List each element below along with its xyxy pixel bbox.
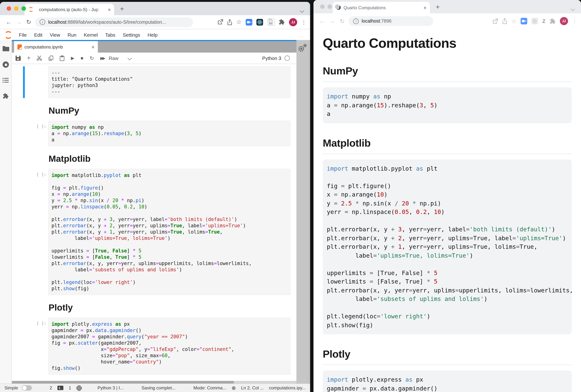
code-cell-editor[interactable]: import matplotlib.pyplot as plt fig = pl…: [48, 169, 290, 295]
back-icon[interactable]: ←: [4, 19, 14, 25]
forward-icon[interactable]: →: [327, 18, 337, 24]
z-extension-icon[interactable]: Z: [542, 18, 546, 24]
line-col-indicator[interactable]: Ln 2, Col ...: [241, 385, 264, 391]
zoom-window-button[interactable]: [22, 6, 26, 11]
code-cell-editor[interactable]: import numpy as npa = np.arange(15).resh…: [48, 121, 290, 146]
code-line: [327, 173, 568, 182]
table-of-contents-icon[interactable]: [2, 78, 9, 83]
code-line: [52, 179, 287, 185]
notebook-doc-tab[interactable]: computations.ipynb ×: [14, 41, 98, 53]
menu-item-help[interactable]: Help: [144, 32, 161, 37]
cell-type-chevron-icon: [128, 56, 132, 60]
address-bar[interactable]: i localhost:7896: [349, 16, 433, 26]
browser-tab-quarto[interactable]: Quarto Computations ×: [333, 2, 430, 13]
zoom-extension-icon[interactable]: [521, 18, 528, 24]
profile-avatar[interactable]: JJ: [289, 18, 297, 26]
open-in-new-icon[interactable]: [492, 18, 498, 24]
code-line: [52, 273, 287, 279]
tab-close-icon[interactable]: ×: [108, 7, 111, 12]
menu-item-tabs[interactable]: Tabs: [102, 32, 119, 37]
cell-selection-bar[interactable]: [23, 169, 25, 295]
mode-indicator[interactable]: Mode: Comma...: [194, 385, 226, 391]
property-inspector-gears-icon[interactable]: [298, 44, 307, 54]
extension-manager-icon[interactable]: [2, 93, 9, 99]
restart-run-all-icon[interactable]: ▶▶: [100, 56, 104, 60]
stop-kernel-icon[interactable]: ■: [80, 55, 83, 61]
back-icon[interactable]: ←: [317, 18, 327, 24]
add-cell-icon[interactable]: +: [27, 55, 30, 61]
code-line: gapminder = px.data.gapminder(): [52, 327, 287, 334]
save-icon[interactable]: [16, 55, 21, 61]
menu-item-view[interactable]: View: [46, 32, 64, 37]
menu-item-settings[interactable]: Settings: [119, 32, 144, 37]
tab-title: Quarto Computations: [344, 5, 421, 10]
cell-selection-bar[interactable]: [23, 121, 25, 146]
new-tab-button[interactable]: +: [120, 5, 124, 13]
profile-avatar[interactable]: JJ: [560, 17, 568, 25]
file-browser-icon[interactable]: [2, 46, 9, 51]
close-window-button[interactable]: [320, 4, 324, 9]
document-extension-icon[interactable]: [267, 18, 274, 26]
minimize-window-button[interactable]: [328, 4, 332, 9]
code-line: fig = plt.figure(): [52, 185, 287, 191]
menu-item-run[interactable]: Run: [64, 32, 80, 37]
bookmark-star-icon[interactable]: ☆: [236, 18, 242, 25]
zoom-extension-icon[interactable]: [246, 19, 252, 25]
browser-menu-icon[interactable]: ⋮: [301, 19, 306, 25]
url-host: localhost: [362, 18, 380, 24]
kernel-indicator[interactable]: Python 3: [262, 55, 293, 61]
window-controls[interactable]: [320, 4, 340, 9]
code-cell-matplotlib[interactable]: [ ]: import matplotlib.pyplot as plt fig…: [23, 169, 290, 295]
menu-item-edit[interactable]: Edit: [30, 32, 46, 37]
extensions-puzzle-icon[interactable]: [550, 18, 556, 24]
copy-cells-icon[interactable]: [49, 55, 54, 61]
restart-kernel-icon[interactable]: ↻: [90, 55, 94, 61]
code-line: plt.errorbar(x, y + 2, yerr=yerr, uplims…: [52, 222, 287, 229]
running-kernels-icon[interactable]: [2, 61, 9, 68]
bookmark-star-icon[interactable]: ☆: [511, 17, 517, 25]
site-info-icon[interactable]: i: [353, 18, 359, 24]
notebook-content[interactable]: ---title: "Quarto Computations"jupyter: …: [12, 64, 296, 381]
react-devtools-extension-icon[interactable]: [532, 18, 538, 24]
site-info-icon[interactable]: i: [40, 19, 45, 25]
code-cell-plotly[interactable]: [ ]: import plotly.express as pxgapminde…: [23, 318, 290, 375]
menu-item-kernel[interactable]: Kernel: [80, 32, 101, 37]
new-tab-button[interactable]: +: [436, 3, 440, 11]
code-cell-numpy[interactable]: [ ]: import numpy as npa = np.arange(15)…: [23, 121, 290, 146]
address-bar[interactable]: i localhost:8889/lab/workspaces/auto-S/t…: [35, 17, 193, 27]
run-cell-icon[interactable]: ▶: [71, 55, 74, 61]
quarto-page[interactable]: Quarto Computations NumPy import numpy a…: [314, 29, 581, 392]
terminals-count[interactable]: 2: [50, 385, 52, 391]
minimize-window-button[interactable]: [14, 6, 18, 11]
react-devtools-extension-icon[interactable]: [256, 19, 263, 25]
tab-search-chevron-icon[interactable]: [300, 7, 304, 14]
open-in-new-icon[interactable]: [217, 19, 223, 25]
tab-close-icon[interactable]: ×: [424, 5, 426, 10]
doc-tab-close-icon[interactable]: ×: [92, 44, 94, 49]
paste-cells-icon[interactable]: [60, 55, 65, 61]
reload-icon[interactable]: ↻: [24, 18, 34, 25]
browser-tab-jupyter[interactable]: computations.ip (auto-S) - Jup ×: [24, 4, 114, 15]
simple-mode-toggle[interactable]: [22, 385, 32, 391]
cell-selection-bar[interactable]: [23, 66, 25, 98]
share-icon[interactable]: [227, 19, 232, 25]
extensions-puzzle-icon[interactable]: [279, 19, 285, 25]
cut-cells-icon[interactable]: [37, 55, 42, 61]
menu-item-file[interactable]: File: [15, 32, 30, 37]
share-icon[interactable]: [502, 18, 507, 24]
raw-cell-editor[interactable]: ---title: "Quarto Computations"jupyter: …: [48, 66, 290, 98]
zoom-window-button[interactable]: [335, 4, 340, 9]
reload-icon[interactable]: ↻: [337, 17, 347, 25]
code-line: plt.errorbar(x, y + 2, yerr=yerr, uplims…: [327, 234, 568, 242]
cell-selection-bar[interactable]: [23, 318, 25, 375]
code-cell-editor[interactable]: import plotly.express as pxgapminder = p…: [48, 318, 290, 375]
kernels-count[interactable]: 1: [69, 385, 71, 391]
window-controls[interactable]: [7, 6, 26, 11]
kernel-status-text[interactable]: Python 3 | I...: [98, 385, 124, 391]
raw-cell[interactable]: ---title: "Quarto Computations"jupyter: …: [23, 66, 290, 98]
cell-type-select[interactable]: Raw: [109, 55, 131, 61]
forward-icon[interactable]: →: [14, 19, 24, 25]
close-window-button[interactable]: [7, 6, 11, 11]
browser-menu-icon[interactable]: ⋮: [572, 18, 577, 24]
tab-search-chevron-icon[interactable]: [571, 5, 574, 12]
